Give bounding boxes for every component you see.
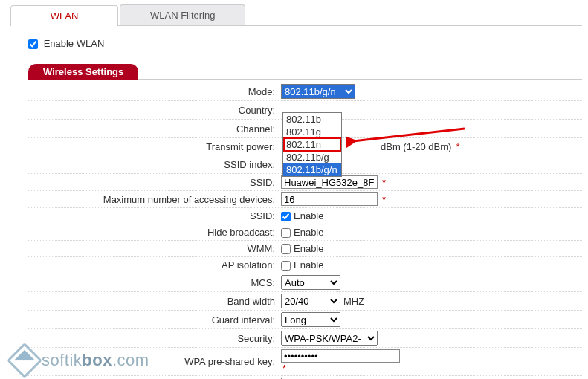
- psk-asterisk: *: [282, 363, 286, 374]
- mode-option-bgn[interactable]: 802.11b/g/n: [283, 163, 341, 176]
- max-devices-asterisk: *: [382, 194, 386, 205]
- bandwidth-select[interactable]: 20/40: [281, 294, 340, 308]
- label-ssid-index: SSID index:: [28, 159, 281, 170]
- tab-wlan-filtering[interactable]: WLAN Filtering: [120, 4, 245, 25]
- ap-isolation-control[interactable]: Enable: [281, 259, 323, 271]
- label-ssid-enable: SSID:: [28, 210, 281, 221]
- label-channel: Channel:: [28, 123, 281, 135]
- guard-select[interactable]: Long: [281, 312, 340, 327]
- ssid-asterisk: *: [382, 177, 386, 188]
- label-security: Security:: [28, 333, 281, 344]
- ap-isolation-checkbox[interactable]: [281, 261, 291, 271]
- svg-line-0: [353, 129, 465, 141]
- label-guard: Guard interval:: [28, 314, 281, 325]
- security-select[interactable]: WPA-PSK/WPA2-: [281, 331, 378, 346]
- label-mcs: MCS:: [28, 277, 281, 288]
- ssid-input[interactable]: [281, 175, 378, 189]
- watermark-logo-icon: [7, 343, 42, 378]
- wmm-checkbox[interactable]: [281, 244, 291, 254]
- ap-isolation-text: Enable: [294, 259, 323, 271]
- hide-broadcast-text: Enable: [294, 227, 323, 238]
- bandwidth-unit: MHZ: [343, 296, 364, 307]
- label-mode: Mode:: [28, 86, 281, 97]
- hide-broadcast-checkbox[interactable]: [281, 228, 291, 238]
- annotation-arrow-icon: [346, 125, 472, 155]
- mode-option-b[interactable]: 802.11b: [283, 113, 341, 126]
- mode-option-bg[interactable]: 802.11b/g: [283, 151, 341, 163]
- enable-wlan-row: Enable WLAN: [28, 38, 582, 49]
- label-max-devices: Maximum number of accessing devices:: [28, 194, 281, 205]
- mode-option-n[interactable]: 802.11n: [283, 137, 341, 152]
- enable-wlan-text: Enable WLAN: [44, 38, 105, 49]
- watermark-text: softikbox.com: [42, 351, 149, 370]
- wmm-control[interactable]: Enable: [281, 243, 323, 254]
- wmm-text: Enable: [294, 243, 323, 254]
- label-tx-power: Transmit power:: [28, 141, 281, 152]
- ssid-enable-text: Enable: [294, 210, 323, 221]
- mcs-select[interactable]: Auto: [281, 275, 340, 290]
- label-country: Country:: [28, 105, 281, 116]
- mode-dropdown-list[interactable]: 802.11b 802.11g 802.11n 802.11b/g 802.11…: [282, 112, 342, 177]
- enable-wlan-label[interactable]: Enable WLAN: [28, 38, 104, 49]
- mode-option-g[interactable]: 802.11g: [283, 126, 341, 138]
- label-bandwidth: Band width: [28, 296, 281, 307]
- tab-wlan[interactable]: WLAN: [10, 5, 118, 26]
- label-hide-broadcast: Hide broadcast:: [28, 227, 281, 238]
- label-wmm: WMM:: [28, 243, 281, 254]
- psk-input[interactable]: [281, 349, 400, 363]
- ssid-enable-control[interactable]: Enable: [281, 210, 323, 221]
- mode-select[interactable]: 802.11b/g/n: [281, 84, 355, 99]
- label-ssid: SSID:: [28, 177, 281, 188]
- tab-bar: WLAN WLAN Filtering: [10, 4, 582, 26]
- max-devices-input[interactable]: [281, 192, 378, 206]
- hide-broadcast-control[interactable]: Enable: [281, 227, 323, 238]
- label-ap-isolation: AP isolation:: [28, 259, 281, 271]
- section-title: Wireless Settings: [28, 64, 138, 80]
- enable-wlan-checkbox[interactable]: [28, 39, 38, 49]
- watermark: softikbox.com: [12, 348, 149, 373]
- ssid-enable-checkbox[interactable]: [281, 212, 291, 221]
